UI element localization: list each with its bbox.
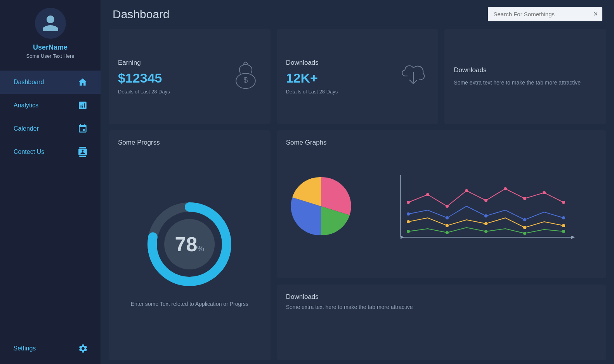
progress-title: Some Progrss	[118, 139, 160, 147]
progress-center: 78% Enter some Text releted to Applicati…	[118, 154, 261, 352]
avatar	[35, 8, 66, 39]
svg-point-19	[523, 218, 526, 221]
donut-center-text: 78%	[175, 233, 205, 256]
nav-label-contact: Contect Us	[14, 148, 44, 155]
svg-point-9	[446, 205, 449, 208]
analytics-icon	[76, 99, 89, 112]
chart-container	[286, 171, 597, 249]
donut-chart: 78%	[143, 198, 236, 291]
nav-label-dashboard: Dashboard	[14, 79, 44, 86]
username: UserName	[33, 43, 68, 52]
graph-content	[286, 150, 597, 269]
svg-point-14	[543, 191, 546, 194]
money-bag-icon: $	[230, 59, 261, 95]
downloads-label-2: Downloads	[454, 66, 486, 74]
svg-point-16	[407, 212, 410, 216]
svg-point-27	[446, 231, 449, 234]
donut-value: 78	[175, 233, 198, 255]
svg-point-10	[465, 189, 468, 192]
downloads-value-1: 12K+	[286, 71, 338, 86]
header: Dashboard ×	[101, 0, 614, 25]
svg-point-21	[407, 220, 410, 223]
svg-text:$: $	[243, 76, 248, 84]
home-icon	[76, 76, 89, 88]
svg-point-18	[484, 214, 487, 217]
line-chart	[368, 171, 597, 249]
svg-point-13	[523, 197, 526, 200]
progress-description: Enter some Text releted to Application o…	[131, 300, 248, 308]
svg-point-29	[523, 232, 526, 235]
svg-point-17	[446, 216, 449, 219]
downloads-bottom-desc: Some extra text here to make the tab mor…	[286, 304, 597, 310]
svg-point-7	[407, 201, 410, 204]
contact-icon	[76, 146, 89, 158]
donut-percent: %	[197, 244, 204, 253]
pie-chart	[286, 171, 356, 241]
nav-label-analytics: Analytics	[14, 102, 38, 109]
svg-point-8	[426, 193, 429, 196]
svg-point-24	[523, 226, 526, 229]
earning-label: Earning	[118, 59, 170, 67]
nav-menu: Dashboard Analytics Calender Contect Us	[0, 71, 101, 164]
downloads-detail-1: Details of Last 28 Days	[286, 89, 338, 95]
page-title: Dashboard	[113, 8, 170, 21]
svg-point-23	[484, 222, 487, 225]
settings-label: Settings	[14, 345, 36, 352]
downloads-label-1: Downloads	[286, 59, 338, 67]
svg-point-26	[407, 230, 410, 233]
sidebar-item-settings[interactable]: Settings	[0, 337, 101, 360]
svg-point-12	[504, 187, 507, 190]
svg-point-22	[446, 224, 449, 227]
svg-point-15	[562, 201, 565, 204]
svg-point-25	[562, 224, 565, 227]
svg-point-28	[484, 230, 487, 233]
search-input[interactable]	[488, 8, 589, 21]
earning-detail: Details of Last 28 Days	[118, 89, 170, 95]
downloads-card-1: Downloads 12K+ Details of Last 28 Days	[277, 29, 439, 124]
sidebar-item-dashboard[interactable]: Dashboard	[0, 71, 101, 94]
settings-icon	[77, 342, 89, 355]
downloads-bottom-title: Downloads	[286, 293, 597, 301]
earning-content: Earning $12345 Details of Last 28 Days	[118, 59, 170, 95]
sidebar-item-contact[interactable]: Contect Us	[0, 140, 101, 164]
search-wrapper: ×	[488, 7, 602, 21]
svg-point-20	[562, 216, 565, 219]
sidebar-item-analytics[interactable]: Analytics	[0, 94, 101, 117]
search-close-button[interactable]: ×	[589, 7, 602, 21]
svg-point-30	[562, 230, 565, 233]
content-grid: Earning $12345 Details of Last 28 Days $…	[101, 25, 614, 364]
downloads-card-2: Downloads Some extra text here to make t…	[444, 29, 606, 124]
earning-value: $12345	[118, 71, 170, 86]
svg-point-11	[484, 199, 487, 202]
main-content: Dashboard × Earning $12345 Details of La…	[101, 0, 614, 364]
user-icon	[41, 14, 60, 33]
downloads-bottom-card: Downloads Some extra text here to make t…	[277, 285, 606, 360]
cloud-download-icon	[398, 59, 429, 95]
calendar-icon	[76, 122, 89, 135]
graph-title: Some Graphs	[286, 139, 597, 147]
downloads-extra-2: Some extra text here to make the tab mor…	[454, 79, 581, 87]
user-subtext: Some User Text Here	[26, 53, 74, 59]
graph-card: Some Graphs	[277, 130, 606, 278]
downloads-content-1: Downloads 12K+ Details of Last 28 Days	[286, 59, 338, 95]
progress-card: Some Progrss	[109, 130, 271, 360]
earning-card: Earning $12345 Details of Last 28 Days $	[109, 29, 271, 124]
sidebar-item-calender[interactable]: Calender	[0, 117, 101, 140]
sidebar: UserName Some User Text Here Dashboard A…	[0, 0, 101, 364]
nav-label-calender: Calender	[14, 125, 39, 132]
